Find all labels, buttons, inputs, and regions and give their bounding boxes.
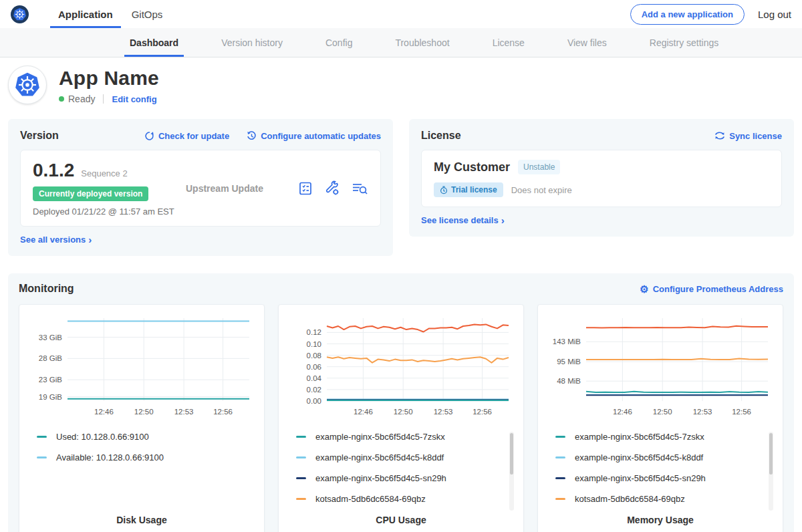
svg-text:0.12: 0.12	[307, 328, 321, 336]
status-text: Ready	[68, 94, 95, 104]
chart-legend: example-nginx-5bc6f5d4c5-7zskxexample-ng…	[288, 432, 514, 515]
configure-automatic-updates-link[interactable]: Configure automatic updates	[247, 131, 381, 141]
sync-license-link[interactable]: Sync license	[714, 131, 782, 141]
svg-text:12:53: 12:53	[174, 408, 194, 416]
subnav-tab-version-history[interactable]: Version history	[216, 28, 288, 57]
chart-card-disk-usage: 33 GiB28 GiB23 GiB19 GiB12:4612:5012:531…	[19, 304, 265, 532]
legend-color-dash	[555, 456, 565, 458]
deployed-badge: Currently deployed version	[33, 186, 148, 201]
topnav-tab-application[interactable]: Application	[49, 0, 122, 28]
monitoring-section: Monitoring ⚙ Configure Prometheus Addres…	[8, 273, 794, 532]
svg-text:19 GiB: 19 GiB	[39, 393, 62, 401]
legend-item: Available: 10.128.0.66:9100	[37, 452, 245, 462]
legend-color-dash	[296, 456, 306, 458]
svg-text:12:46: 12:46	[613, 408, 632, 416]
subnav-tab-dashboard[interactable]: Dashboard	[124, 28, 184, 57]
edit-config-link[interactable]: Edit config	[112, 94, 156, 104]
current-version-row: 0.1.2 Sequence 2 Currently deployed vers…	[20, 150, 381, 227]
auto-update-clock-icon	[247, 131, 257, 141]
release-notes-icon[interactable]	[297, 180, 313, 196]
sync-arrows-icon	[714, 131, 725, 140]
legend-item: example-nginx-5bc6f5d4c5-k8ddf	[296, 452, 505, 462]
svg-text:0.10: 0.10	[307, 340, 321, 348]
legend-scrollbar[interactable]	[509, 432, 514, 511]
cards-row: Version Check for update Configure au	[0, 114, 802, 256]
see-license-details-link[interactable]: See license details›	[421, 215, 505, 225]
channel-badge: Unstable	[518, 160, 560, 174]
version-source: Upstream Update	[176, 183, 297, 194]
svg-text:12:46: 12:46	[94, 408, 114, 416]
subnav-tab-config[interactable]: Config	[320, 28, 358, 57]
divider	[103, 94, 104, 104]
license-type-badge: Trial license	[434, 182, 503, 197]
subnav-tab-view-files[interactable]: View files	[562, 28, 612, 57]
chart-title: Disk Usage	[29, 515, 255, 528]
legend-label: Used: 10.128.0.66:9100	[56, 432, 149, 442]
svg-text:95 MiB: 95 MiB	[557, 358, 581, 366]
svg-text:12:56: 12:56	[213, 408, 233, 416]
gear-icon: ⚙	[640, 284, 648, 294]
chart-plot-disk-usage: 33 GiB28 GiB23 GiB19 GiB12:4612:5012:531…	[29, 313, 255, 425]
legend-item: example-nginx-5bc6f5d4c5-sn29h	[296, 473, 505, 483]
add-new-application-button[interactable]: Add a new application	[630, 4, 745, 25]
deploy-logs-icon[interactable]	[351, 180, 368, 196]
legend-label: example-nginx-5bc6f5d4c5-k8ddf	[315, 452, 444, 462]
legend-color-dash	[37, 436, 47, 438]
version-sequence: Sequence 2	[81, 168, 127, 178]
legend-item: Used: 10.128.0.66:9100	[37, 432, 245, 442]
stopwatch-icon	[440, 186, 448, 194]
svg-text:28 GiB: 28 GiB	[39, 354, 62, 362]
version-number: 0.1.2	[33, 160, 74, 181]
license-summary: My Customer Unstable Trial license Does …	[421, 150, 782, 207]
svg-text:0.02: 0.02	[307, 386, 321, 394]
svg-text:12:50: 12:50	[134, 408, 154, 416]
legend-scrollbar-thumb[interactable]	[769, 433, 773, 475]
svg-text:33 GiB: 33 GiB	[39, 334, 62, 342]
legend-scrollbar-thumb[interactable]	[510, 433, 513, 475]
legend-item: example-nginx-5bc6f5d4c5-k8ddf	[555, 452, 764, 462]
svg-text:12:46: 12:46	[354, 408, 373, 416]
edit-config-icon[interactable]	[324, 180, 340, 196]
chevron-right-icon: ›	[501, 215, 505, 225]
svg-text:0.04: 0.04	[307, 374, 322, 382]
svg-text:12:50: 12:50	[653, 408, 672, 416]
topnav-tabs: ApplicationGitOps	[49, 0, 172, 28]
legend-color-dash	[296, 477, 306, 479]
top-navbar: ApplicationGitOps Add a new application …	[0, 0, 802, 28]
page-title: App Name	[59, 67, 159, 90]
app-subnav: DashboardVersion historyConfigTroublesho…	[0, 28, 802, 57]
see-all-versions-link[interactable]: See all versions›	[20, 235, 92, 245]
legend-item: kotsadm-5db6dc6584-69qbz	[555, 494, 764, 504]
legend-label: Available: 10.128.0.66:9100	[56, 452, 164, 462]
app-header: App Name Ready Edit config	[0, 57, 802, 114]
svg-text:0.00: 0.00	[307, 397, 321, 405]
svg-text:23 GiB: 23 GiB	[39, 376, 62, 384]
app-logo-icon	[8, 65, 47, 104]
legend-color-dash	[555, 498, 565, 500]
legend-item: example-nginx-5bc6f5d4c5-7zskx	[555, 432, 764, 442]
chart-legend: Used: 10.128.0.66:9100Available: 10.128.…	[29, 432, 255, 515]
legend-color-dash	[555, 436, 565, 438]
chart-plot-cpu-usage: 0.120.100.080.060.040.020.0012:4612:5012…	[288, 313, 514, 425]
legend-item: kotsadm-5db6dc6584-69qbz	[296, 494, 505, 504]
legend-scrollbar[interactable]	[769, 432, 773, 511]
legend-label: example-nginx-5bc6f5d4c5-7zskx	[315, 432, 445, 442]
subnav-tab-license[interactable]: License	[487, 28, 530, 57]
legend-label: kotsadm-5db6dc6584-69qbz	[575, 494, 685, 504]
legend-label: example-nginx-5bc6f5d4c5-sn29h	[315, 473, 446, 483]
legend-color-dash	[555, 477, 565, 479]
version-card-title: Version	[20, 130, 59, 142]
logout-link[interactable]: Log out	[758, 9, 791, 20]
subnav-tab-troubleshoot[interactable]: Troubleshoot	[390, 28, 454, 57]
chart-card-cpu-usage: 0.120.100.080.060.040.020.0012:4612:5012…	[278, 304, 524, 532]
status-dot-icon	[59, 96, 64, 102]
subnav-tab-registry-settings[interactable]: Registry settings	[644, 28, 724, 57]
check-for-update-link[interactable]: Check for update	[144, 131, 229, 141]
legend-label: example-nginx-5bc6f5d4c5-k8ddf	[575, 452, 703, 462]
configure-prometheus-link[interactable]: ⚙ Configure Prometheus Address	[640, 284, 783, 294]
svg-text:12:56: 12:56	[473, 408, 492, 416]
chart-title: Memory Usage	[547, 515, 773, 528]
monitoring-title: Monitoring	[19, 283, 74, 295]
license-expiry: Does not expire	[511, 185, 572, 195]
topnav-tab-gitops[interactable]: GitOps	[122, 0, 172, 28]
